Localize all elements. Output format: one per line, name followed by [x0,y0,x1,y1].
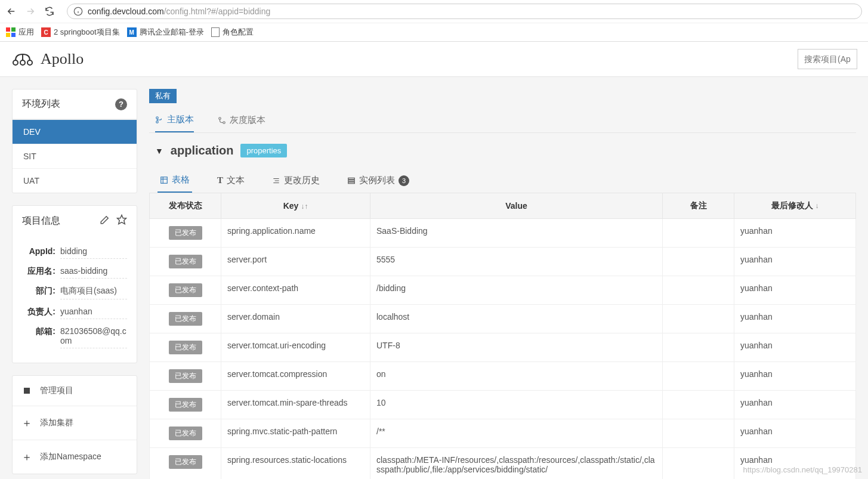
tab-label: 表格 [172,174,190,186]
plus-icon: ＋ [21,450,33,464]
browser-chrome: config.devcloud.com/config.html?#/appid=… [0,0,868,42]
tab-label: 主版本 [167,114,194,125]
config-table: 发布状态 Key↓↑ Value 备注 最后修改人↓ 已发布spring.app… [149,193,856,479]
label-appid: AppId: [22,246,55,259]
cell-remark [663,219,734,248]
bookmark-apps[interactable]: 应用 [6,27,34,38]
table-row[interactable]: 已发布server.tomcat.min-spare-threads10yuan… [150,391,856,419]
cell-value: /bidding [370,276,663,305]
version-tabs: 主版本 灰度版本 [149,103,856,133]
label-name: 应用名: [22,266,55,279]
table-row[interactable]: 已发布spring.resources.static-locationsclas… [150,448,856,480]
th-key[interactable]: Key↓↑ [221,193,370,219]
svg-point-12 [223,121,226,123]
document-icon [211,27,220,37]
apollo-logo-icon [11,50,35,69]
table-row[interactable]: 已发布server.tomcat.uri-encodingUTF-8yuanha… [150,333,856,362]
back-icon[interactable] [6,6,17,17]
browser-nav: config.devcloud.com/config.html?#/appid=… [0,0,868,23]
tab-history[interactable]: 更改历史 [270,168,322,193]
main-content: 私有 主版本 灰度版本 ▼ application properties 表格 … [149,89,856,479]
project-title: 项目信息 [22,215,91,227]
cell-modifier: yuanhan [734,333,856,362]
cell-modifier: yuanhan [734,305,856,333]
env-header: 环境列表 ? [13,89,137,119]
table-row[interactable]: 已发布spring.application.nameSaaS-Biddingyu… [150,219,856,248]
text-icon: T [217,175,223,186]
cell-modifier: yuanhan [734,448,856,480]
branch-icon [218,116,226,125]
bookmark-item[interactable]: C 2 springboot项目集 [41,27,120,38]
bookmark-item[interactable]: M 腾讯企业邮箱-登录 [127,27,204,38]
tab-gray-version[interactable]: 灰度版本 [218,114,265,132]
svg-point-11 [219,117,221,119]
edit-icon[interactable] [100,214,110,227]
table-row[interactable]: 已发布spring.mvc.static-path-pattern/**yuan… [150,419,856,448]
svg-rect-17 [348,180,355,181]
table-row[interactable]: 已发布server.context-path/biddingyuanhan [150,276,856,305]
tab-label: 灰度版本 [230,115,265,126]
brand[interactable]: Apollo [11,50,84,69]
add-cluster-button[interactable]: ＋ 添加集群 [13,406,137,440]
th-modifier[interactable]: 最后修改人↓ [734,193,856,219]
bookmarks-bar: 应用 C 2 springboot项目集 M 腾讯企业邮箱-登录 角色配置 [0,23,868,41]
cell-remark [663,276,734,305]
cell-remark [663,248,734,276]
cell-key: spring.mvc.static-path-pattern [221,419,370,448]
watermark: https://blog.csdn.net/qq_19970281 [743,465,863,474]
apps-grid-icon [6,27,16,37]
add-namespace-button[interactable]: ＋ 添加Namespace [13,440,137,474]
svg-rect-16 [348,178,355,179]
sort-icon: ↓ [816,202,819,210]
published-badge: 已发布 [169,226,202,240]
tab-table[interactable]: 表格 [157,168,192,193]
th-value: Value [370,193,663,219]
action-label: 管理项目 [40,385,73,396]
published-badge: 已发布 [169,369,202,383]
layout: 环境列表 ? DEV SIT UAT 项目信息 AppId:bidding 应用… [0,77,868,479]
manage-project-button[interactable]: 管理项目 [13,376,137,406]
cell-key: server.context-path [221,276,370,305]
env-title: 环境列表 [22,98,60,110]
cell-key: spring.application.name [221,219,370,248]
cell-key: server.domain [221,305,370,333]
bookmark-item[interactable]: 角色配置 [211,27,254,38]
cell-remark [663,362,734,391]
value-appid: bidding [60,246,127,259]
table-row[interactable]: 已发布server.tomcat.compressiononyuanhan [150,362,856,391]
url-text: config.devcloud.com/config.html?#/appid=… [88,7,270,16]
env-item-uat[interactable]: UAT [13,168,137,193]
private-badge: 私有 [149,89,177,103]
namespace-title[interactable]: ▼ application properties [149,140,856,168]
tab-text[interactable]: T 文本 [215,168,247,193]
help-icon[interactable]: ? [115,98,127,110]
tab-main-version[interactable]: 主版本 [155,114,194,132]
sidebar: 环境列表 ? DEV SIT UAT 项目信息 AppId:bidding 应用… [12,89,137,474]
label-mail: 邮箱: [22,326,55,348]
env-item-dev[interactable]: DEV [13,119,137,144]
cell-remark [663,305,734,333]
cell-modifier: yuanhan [734,276,856,305]
cell-modifier: yuanhan [734,391,856,419]
value-owner: yuanhan [60,307,127,319]
svg-point-5 [27,60,32,65]
reload-icon[interactable] [44,6,55,17]
list-icon [347,177,356,185]
star-icon[interactable] [116,214,127,227]
cell-value: 10 [370,391,663,419]
search-input[interactable] [798,49,857,69]
svg-point-9 [156,120,159,123]
namespace-type-badge: properties [240,144,287,157]
tab-instances[interactable]: 实例列表 3 [345,168,412,193]
project-header: 项目信息 [13,206,137,236]
cell-value: SaaS-Bidding [370,219,663,248]
th-remark: 备注 [663,193,734,219]
env-item-sit[interactable]: SIT [13,144,137,168]
url-bar[interactable]: config.devcloud.com/config.html?#/appid=… [67,4,862,19]
svg-rect-13 [161,177,168,183]
published-badge: 已发布 [169,312,202,326]
namespace-name: application [171,144,234,157]
site-info-icon[interactable] [73,7,83,16]
table-row[interactable]: 已发布server.port5555yuanhan [150,248,856,276]
table-row[interactable]: 已发布server.domainlocalhostyuanhan [150,305,856,333]
